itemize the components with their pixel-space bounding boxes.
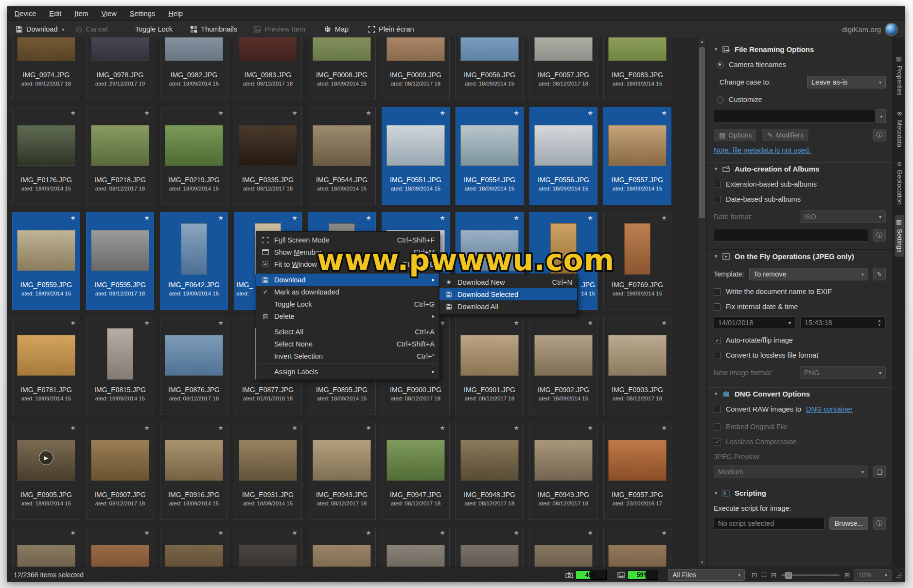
section-auto-albums[interactable]: ▼ Auto-creation of Albums [714, 165, 886, 173]
fit-select-icon[interactable]: ⊡ [752, 571, 757, 579]
resize-grip[interactable] [895, 572, 902, 578]
scroll-down-icon[interactable]: ▼ [698, 560, 706, 565]
thumbnail-tile-img-0983-jpg[interactable]: ★IMG_0983.JPGated: 08/12/2017 18 [234, 37, 302, 100]
thumbnail-tile-img-e0907-jpg[interactable]: ★IMG_E0907.JPGated: 08/12/2017 18 [86, 422, 154, 520]
customize-radio-row[interactable]: Customize [714, 96, 886, 104]
thumbnail-tile[interactable]: ★ [234, 527, 302, 567]
thumbnail-tile-img-e0083-jpg[interactable]: ★IMG_E0083.JPGated: 18/09/2014 15 [603, 37, 671, 100]
browse-button[interactable]: Browse... [829, 517, 868, 530]
thumbnail-tile-img-e0559-jpg[interactable]: ★IMG_E0559.JPGated: 18/09/2014 15 [12, 212, 80, 310]
thumbnail-tile-img-e0551-jpg[interactable]: ★IMG_E0551.JPGated: 18/09/2014 15 [382, 107, 450, 205]
pattern-dropdown-icon[interactable]: ▾ [876, 109, 886, 123]
template-dropdown[interactable]: To remove ▾ [749, 268, 868, 280]
thumbnail-tile-img-e0009-jpg[interactable]: ★IMG_E0009.JPGated: 08/12/2017 18 [382, 37, 450, 100]
thumbnail-tile[interactable]: ★ [160, 527, 228, 567]
lossless-row[interactable]: Convert to lossless file format [714, 351, 886, 359]
fullscreen-button[interactable]: Plein écran [368, 25, 414, 33]
zoom-in-icon[interactable]: ⊞ [844, 571, 850, 579]
collapse-arrow-icon[interactable]: ▼ [714, 254, 719, 259]
thumbnail-tile-img-0982-jpg[interactable]: ★IMG_0982.JPGated: 18/09/2014 15 [160, 37, 228, 100]
thumbnail-tile-img-e0781-jpg[interactable]: ★IMG_E0781.JPGated: 18/09/2014 15 [12, 317, 80, 415]
info-icon[interactable]: ⓘ [873, 129, 886, 141]
thumbnail-tile-img-e0057-jpg[interactable]: ★IMG_E0057.JPGated: 08/12/2017 18 [529, 37, 597, 100]
thumbnail-tile[interactable]: ★ [603, 527, 671, 567]
thumbnail-tile-img-e0056-jpg[interactable]: ★IMG_E0056.JPGated: 18/09/2014 15 [456, 37, 524, 100]
thumbnail-tile-img-0974-jpg[interactable]: ★IMG_0974.JPGated: 08/12/2017 18 [12, 37, 80, 100]
checkbox-off-icon[interactable] [714, 352, 721, 359]
ext-subalbums-row[interactable]: Extension-based sub-albums [714, 180, 886, 188]
date-subalbums-row[interactable]: Date-based sub-albums [714, 195, 886, 203]
section-file-renaming[interactable]: ▼ File Renaming Options [714, 45, 886, 53]
sidebar-tab-geolocation[interactable]: ⊕Geolocation [895, 158, 904, 208]
thumbnail-tile-img-e0544-jpg[interactable]: ★IMG_E0544.JPGated: 18/09/2014 15 [308, 107, 376, 205]
thumbnail-tile-img-e0901-jpg[interactable]: ★IMG_E0901.JPGated: 08/12/2017 18 [456, 317, 524, 415]
thumbnail-tile-img-e0126-jpg[interactable]: ★IMG_E0126.JPGated: 18/09/2014 15 [12, 107, 80, 205]
checkbox-off-icon[interactable] [714, 406, 721, 413]
sidebar-tab-settings[interactable]: ▤Settings [895, 215, 904, 257]
thumbnail-tile[interactable]: ★ [12, 527, 80, 567]
fit-window-icon[interactable]: ⛶ [762, 571, 766, 579]
script-input[interactable]: No script selected [714, 517, 825, 530]
ctx-item-invert-selection[interactable]: Invert SelectionCtrl+* [256, 350, 439, 362]
download-button[interactable]: Download ▾ [16, 25, 65, 33]
section-otf[interactable]: ▼ On the Fly Operations (JPEG only) [714, 252, 886, 260]
scroll-up-icon[interactable]: ▲ [698, 39, 706, 44]
thumbnail-tile-img-e0218-jpg[interactable]: ★IMG_E0218.JPGated: 08/12/2017 18 [86, 107, 154, 205]
section-dng[interactable]: ▼ DNG Convert Options [714, 390, 886, 398]
thumbnail-tile-img-e0554-jpg[interactable]: ★IMG_E0554.JPGated: 18/09/2014 15 [456, 107, 524, 205]
thumbnail-tile-img-e0905-jpg[interactable]: ★▶IMG_E0905.JPGated: 18/09/2014 15 [12, 422, 80, 520]
thumbnail-tile-img-e0642-jpg[interactable]: ★IMG_E0642.JPGated: 18/09/2014 15 [160, 212, 228, 310]
info-icon[interactable]: ⓘ [873, 517, 886, 530]
menu-edit[interactable]: Edit [49, 10, 61, 17]
ctx-item-select-all[interactable]: Select AllCtrl+A [256, 326, 439, 338]
thumbnail-tile-img-e0916-jpg[interactable]: ★IMG_E0916.JPGated: 18/09/2014 15 [160, 422, 228, 520]
fix-date-row[interactable]: Fix internal date & time [714, 303, 886, 311]
checkbox-on-icon[interactable]: ✓ [714, 337, 721, 344]
submenu-item-download-new[interactable]: ★Download NewCtrl+N [439, 276, 577, 288]
ctx-item-mark-as-downloaded[interactable]: ✓Mark as downloaded [256, 286, 439, 298]
pencil-icon-button[interactable]: ✎ [873, 268, 886, 280]
checkbox-off-icon[interactable] [714, 303, 721, 311]
thumbnail-tile[interactable]: ★ [382, 527, 450, 567]
collapse-arrow-icon[interactable]: ▼ [714, 490, 719, 496]
thumbnail-tile-img-e0902-jpg[interactable]: ★IMG_E0902.JPGated: 18/09/2014 15 [529, 317, 597, 415]
convert-raw-row[interactable]: Convert RAW images to DNG container [714, 405, 886, 413]
ctx-item-select-none[interactable]: Select NoneCtrl+Shift+A [256, 338, 439, 350]
ctx-item-toggle-lock[interactable]: Toggle LockCtrl+G [256, 298, 439, 310]
thumbnail-tile[interactable]: ★ [86, 527, 154, 567]
camera-filenames-radio-row[interactable]: Camera filenames [714, 61, 886, 69]
checkbox-off-icon[interactable] [714, 288, 721, 295]
toggle-lock-button[interactable]: Toggle Lock [135, 25, 173, 33]
thumbnail-tile[interactable]: ★ [456, 527, 524, 567]
thumbnails-button[interactable]: Thumbnails [190, 25, 237, 33]
menu-device[interactable]: Device [15, 10, 36, 17]
thumbnail-tile-img-e0957-jpg[interactable]: ★IMG_E0957.JPGated: 23/10/2016 17 [603, 422, 671, 520]
autorotate-row[interactable]: ✓ Auto-rotate/flip image [714, 336, 886, 344]
thumbnail-tile-img-e0595-jpg[interactable]: ★IMG_E0595.JPGated: 08/12/2017 18 [86, 212, 154, 310]
thumbnail-tile-img-e0948-jpg[interactable]: ★IMG_E0948.JPGated: 08/12/2017 18 [456, 422, 524, 520]
thumbnail-tile-img-e0931-jpg[interactable]: ★IMG_E0931.JPGated: 18/09/2014 15 [234, 422, 302, 520]
thumbnail-tile-img-e0008-jpg[interactable]: ★IMG_E0008.JPGated: 18/09/2014 15 [308, 37, 376, 100]
radio-off-icon[interactable] [717, 96, 724, 104]
zoom-out-icon[interactable]: ⊟ [771, 571, 776, 579]
menu-view[interactable]: View [102, 10, 117, 17]
sidebar-tab-properties[interactable]: ▤Properties [895, 52, 904, 100]
zoom-slider[interactable] [781, 574, 840, 576]
thumbnail-tile-img-e0219-jpg[interactable]: ★IMG_E0219.JPGated: 18/09/2014 15 [160, 107, 228, 205]
sidebar-tab-metadata[interactable]: ⚙Metadata [895, 106, 904, 151]
collapse-arrow-icon[interactable]: ▼ [714, 47, 719, 52]
thumbnail-tile-img-e0947-jpg[interactable]: ★IMG_E0947.JPGated: 08/12/2017 18 [382, 422, 450, 520]
checkbox-off-icon[interactable] [714, 196, 721, 203]
thumbnail-tile-img-e0335-jpg[interactable]: ★IMG_E0335.JPGated: 08/12/2017 18 [234, 107, 302, 205]
thumbnail-tile-img-e0949-jpg[interactable]: ★IMG_E0949.JPGated: 08/12/2017 18 [529, 422, 597, 520]
menu-settings[interactable]: Settings [130, 10, 155, 17]
thumbnail-tile-img-0978-jpg[interactable]: ★IMG_0978.JPGated: 29/12/2017 19 [86, 37, 154, 100]
chevron-down-icon[interactable]: ▾ [62, 27, 65, 32]
thumbnail-tile-img-e0903-jpg[interactable]: ★IMG_E0903.JPGated: 08/12/2017 18 [603, 317, 671, 415]
ctx-item-delete[interactable]: Delete▸ [256, 310, 439, 322]
change-case-dropdown[interactable]: Leave as-is ▾ [807, 76, 886, 88]
info-icon[interactable]: ⓘ [873, 229, 886, 242]
collapse-arrow-icon[interactable]: ▼ [714, 391, 719, 397]
thumbnail-tile-img-e0943-jpg[interactable]: ★IMG_E0943.JPGated: 08/12/2017 18 [308, 422, 376, 520]
menu-help[interactable]: Help [168, 10, 183, 17]
